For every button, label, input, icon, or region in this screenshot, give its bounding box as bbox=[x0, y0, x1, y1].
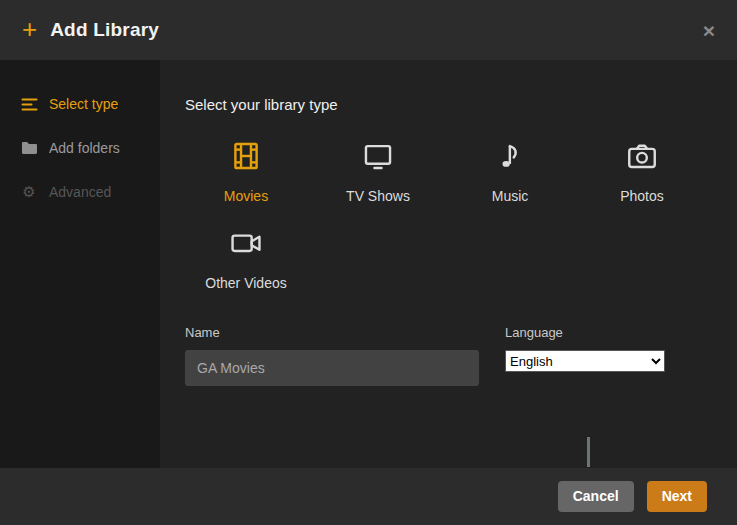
list-lines-icon bbox=[20, 97, 38, 112]
language-field-label: Language bbox=[505, 325, 665, 340]
sidebar-item-label: Advanced bbox=[49, 184, 111, 200]
library-type-label: Photos bbox=[620, 188, 664, 204]
name-field-label: Name bbox=[185, 325, 479, 340]
sidebar-item-advanced: ⚙ Advanced bbox=[0, 170, 160, 214]
content-pane: Select your library type bbox=[160, 60, 737, 468]
add-library-dialog: + Add Library × Select type bbox=[0, 0, 737, 525]
next-button[interactable]: Next bbox=[647, 481, 707, 512]
close-icon[interactable]: × bbox=[703, 20, 715, 41]
library-name-input[interactable] bbox=[185, 350, 479, 386]
library-type-label: Other Videos bbox=[205, 275, 286, 291]
music-note-icon bbox=[493, 137, 527, 175]
library-type-movies[interactable]: Movies bbox=[180, 137, 312, 204]
library-type-label: Music bbox=[492, 188, 529, 204]
dialog-header: + Add Library × bbox=[0, 0, 737, 60]
film-frame-icon bbox=[229, 137, 263, 175]
plus-icon: + bbox=[22, 16, 37, 42]
sidebar-item-label: Select type bbox=[49, 96, 118, 112]
library-type-music[interactable]: Music bbox=[444, 137, 576, 204]
library-type-label: Movies bbox=[224, 188, 268, 204]
library-type-row-1: Movies TV Shows bbox=[180, 137, 737, 204]
gear-icon: ⚙ bbox=[20, 183, 38, 201]
steps-sidebar: Select type Add folders ⚙ Advanced bbox=[0, 60, 160, 468]
library-type-label: TV Shows bbox=[346, 188, 410, 204]
tv-monitor-icon bbox=[361, 137, 395, 175]
video-camera-icon bbox=[229, 224, 263, 262]
sidebar-item-label: Add folders bbox=[49, 140, 120, 156]
camera-icon bbox=[625, 137, 659, 175]
sidebar-item-select-type[interactable]: Select type bbox=[0, 82, 160, 126]
language-select[interactable]: English bbox=[505, 350, 665, 372]
sidebar-item-add-folders[interactable]: Add folders bbox=[0, 126, 160, 170]
section-heading: Select your library type bbox=[185, 96, 737, 113]
library-type-row-2: Other Videos bbox=[180, 224, 737, 291]
name-field-group: Name bbox=[185, 325, 479, 386]
scrollbar-thumb[interactable] bbox=[587, 437, 590, 467]
language-field-group: Language English bbox=[505, 325, 665, 386]
library-form: Name Language English bbox=[185, 325, 737, 386]
library-type-tv-shows[interactable]: TV Shows bbox=[312, 137, 444, 204]
folder-icon bbox=[20, 141, 38, 155]
library-type-photos[interactable]: Photos bbox=[576, 137, 708, 204]
dialog-footer: Cancel Next bbox=[0, 468, 737, 525]
dialog-body: Select type Add folders ⚙ Advanced Selec… bbox=[0, 60, 737, 468]
library-type-other-videos[interactable]: Other Videos bbox=[180, 224, 312, 291]
dialog-title: Add Library bbox=[50, 19, 159, 41]
cancel-button[interactable]: Cancel bbox=[558, 481, 634, 512]
